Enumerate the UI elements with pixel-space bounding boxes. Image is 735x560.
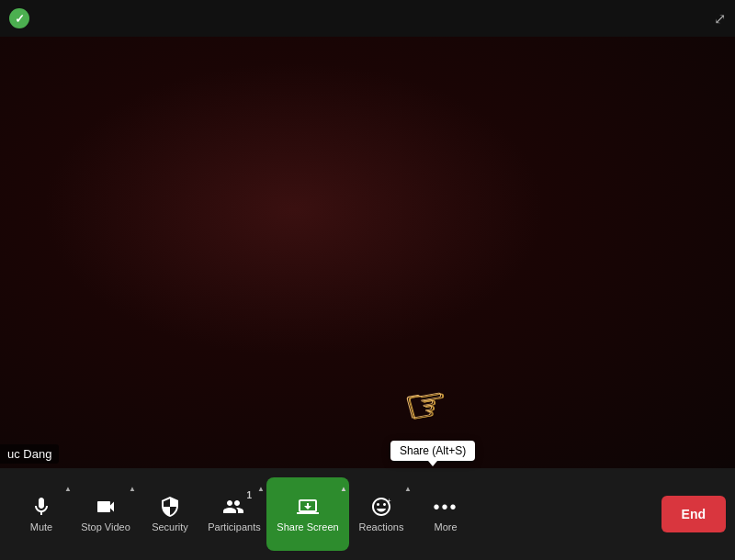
end-button[interactable]: End xyxy=(662,496,726,532)
participants-count: 1 xyxy=(246,490,252,500)
stop-video-icon xyxy=(95,496,117,518)
security-button[interactable]: Security xyxy=(138,477,202,551)
expand-button[interactable]: ⤢ xyxy=(714,10,726,28)
mute-chevron-icon[interactable]: ▲ xyxy=(64,485,72,493)
mute-button[interactable]: ▲ Mute xyxy=(9,477,74,551)
mute-label: Mute xyxy=(30,521,52,532)
video-area xyxy=(0,37,735,468)
stop-video-button[interactable]: ▲ Stop Video xyxy=(74,477,138,551)
participants-icon: 1 xyxy=(222,496,246,518)
stop-video-chevron-icon[interactable]: ▲ xyxy=(129,485,136,493)
user-name-label: uc Dang xyxy=(0,444,59,464)
toolbar: ▲ Mute ▲ Stop Video Security ▲ xyxy=(0,468,735,560)
share-screen-label: Share Screen xyxy=(277,521,338,532)
share-screen-button[interactable]: ▲ Share Screen xyxy=(266,477,349,551)
participants-button[interactable]: ▲ 1 Participants xyxy=(202,477,266,551)
reactions-chevron-icon[interactable]: ▲ xyxy=(404,485,412,493)
participants-chevron-icon[interactable]: ▲ xyxy=(257,485,265,493)
share-screen-icon xyxy=(297,496,319,518)
more-button[interactable]: ••• More xyxy=(413,477,478,551)
share-tooltip: Share (Alt+S) xyxy=(390,441,475,461)
top-bar: ⤢ xyxy=(0,0,735,37)
more-label: More xyxy=(434,521,457,532)
stop-video-label: Stop Video xyxy=(81,521,130,532)
svg-text:+: + xyxy=(387,497,391,505)
security-icon xyxy=(159,496,181,518)
mute-icon xyxy=(30,496,52,518)
reactions-label: Reactions xyxy=(359,521,404,532)
security-label: Security xyxy=(152,521,188,532)
zoom-logo xyxy=(9,8,29,28)
zoom-checkmark-icon xyxy=(9,8,29,28)
reactions-button[interactable]: ▲ + Reactions xyxy=(349,477,413,551)
reactions-icon: + xyxy=(370,496,392,518)
participants-label: Participants xyxy=(208,521,260,532)
more-icon: ••• xyxy=(433,497,458,518)
share-screen-chevron-icon[interactable]: ▲ xyxy=(340,485,347,493)
